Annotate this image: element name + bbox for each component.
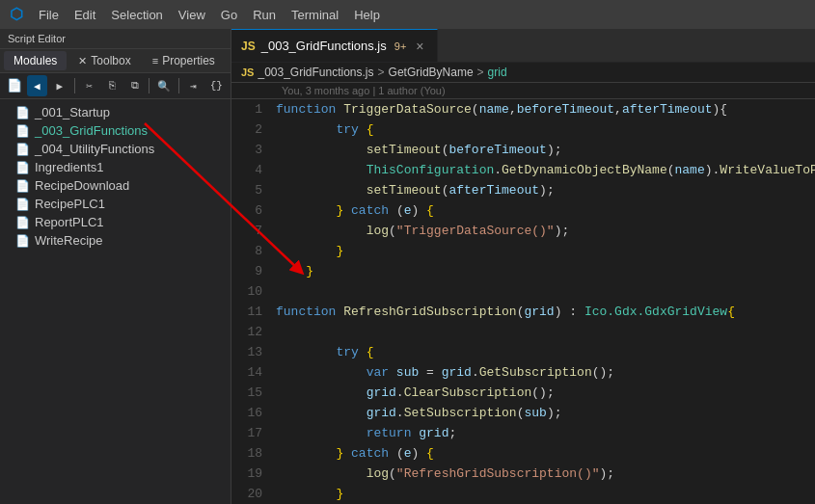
code-line-16[interactable]: 16 grid.SetSubscription(sub); <box>231 403 815 423</box>
toolbar-sep2 <box>149 78 149 93</box>
toolbox-icon: ✕ <box>78 55 87 67</box>
code-line-2[interactable]: 2 try { <box>231 119 815 140</box>
line-content-6: } catch (e) { <box>272 200 815 221</box>
code-line-20[interactable]: 20 } <box>231 484 815 504</box>
menu-edit[interactable]: Edit <box>74 8 95 22</box>
line-number-8: 8 <box>231 241 272 261</box>
code-line-6[interactable]: 6 } catch (e) { <box>231 200 815 221</box>
code-line-7[interactable]: 7 log("TriggerDataSource()"); <box>231 221 815 241</box>
tree-item-001-startup[interactable]: 📄 _001_Startup <box>0 103 231 121</box>
line-content-9: } <box>272 261 815 281</box>
menu-view[interactable]: View <box>178 8 205 22</box>
tree-item-label: RecipePLC1 <box>35 197 105 211</box>
main-layout: Script Editor Modules ✕ Toolbox ≡ Proper… <box>0 29 815 504</box>
sidebar: Script Editor Modules ✕ Toolbox ≡ Proper… <box>0 29 231 504</box>
tree-item-recipedownload[interactable]: 📄 RecipeDownload <box>0 176 231 195</box>
line-content-5: setTimeout(afterTimeout); <box>272 180 815 200</box>
tab-modules[interactable]: Modules <box>4 51 67 70</box>
tree-item-writerecipe[interactable]: 📄 WriteRecipe <box>0 231 231 250</box>
toolbar-find-btn[interactable]: 🔍 <box>153 75 175 96</box>
tree-item-reportplc1[interactable]: 📄 ReportPLC1 <box>0 213 231 231</box>
toolbar-forward-btn[interactable]: ▶ <box>49 75 70 96</box>
breadcrumb-module[interactable]: GetGridByName <box>389 66 474 79</box>
line-number-18: 18 <box>231 443 272 464</box>
code-line-5[interactable]: 5 setTimeout(afterTimeout); <box>231 180 815 200</box>
editor-tab-gridfunctions[interactable]: JS _003_GridFunctions.js 9+ × <box>231 29 438 62</box>
line-number-6: 6 <box>231 200 272 221</box>
tab-toolbox[interactable]: ✕ Toolbox <box>68 51 140 70</box>
sidebar-header: Script Editor <box>0 29 231 49</box>
menu-selection[interactable]: Selection <box>111 8 162 22</box>
toolbar-indent-btn[interactable]: ⇥ <box>183 75 204 96</box>
menu-file[interactable]: File <box>39 8 59 22</box>
menu-run[interactable]: Run <box>253 8 276 22</box>
paste-icon: ⧉ <box>131 80 139 92</box>
line-number-12: 12 <box>231 322 272 342</box>
tree-item-label: WriteRecipe <box>35 233 103 248</box>
tree-item-003-gridfunctions[interactable]: 📄 _003_GridFunctions <box>0 121 231 140</box>
editor-area: JS _003_GridFunctions.js 9+ × JS _003_Gr… <box>231 29 815 504</box>
code-line-9[interactable]: 9 } <box>231 261 815 281</box>
toolbar-copy-btn[interactable]: ⎘ <box>101 75 122 96</box>
line-number-4: 4 <box>231 160 272 180</box>
menu-terminal[interactable]: Terminal <box>291 8 339 22</box>
code-editor[interactable]: 1function TriggerDataSource(name,beforeT… <box>231 99 815 504</box>
vscode-icon: ⬡ <box>10 5 23 24</box>
line-content-16: grid.SetSubscription(sub); <box>272 403 815 423</box>
breadcrumb: JS _003_GridFunctions.js > GetGridByName… <box>231 63 815 83</box>
toolbar-braces-btn[interactable]: {} <box>205 75 227 96</box>
code-line-10[interactable]: 10 <box>231 281 815 302</box>
file-icon-001: 📄 <box>15 106 30 119</box>
tree-item-004-utilityfunctions[interactable]: 📄 _004_UtilityFunctions <box>0 140 231 158</box>
code-line-14[interactable]: 14 var sub = grid.GetSubscription(); <box>231 362 815 383</box>
tab-badge: 9+ <box>394 40 407 52</box>
tab-properties[interactable]: ≡ Properties <box>143 51 225 70</box>
line-content-3: setTimeout(beforeTimeout); <box>272 140 815 160</box>
breadcrumb-file[interactable]: _003_GridFunctions.js <box>258 66 373 79</box>
menu-go[interactable]: Go <box>221 8 237 22</box>
line-number-7: 7 <box>231 221 272 241</box>
toolbar-back-btn[interactable]: ◀ <box>27 75 48 96</box>
tab-properties-label: Properties <box>162 54 215 67</box>
tab-toolbox-label: Toolbox <box>91 54 130 67</box>
code-line-8[interactable]: 8 } <box>231 241 815 261</box>
tree-item-ingredients1[interactable]: 📄 Ingredients1 <box>0 158 231 176</box>
code-line-11[interactable]: 11function RefreshGridSubscription(grid)… <box>231 302 815 322</box>
toolbar-paste-btn[interactable]: ⧉ <box>124 75 146 96</box>
code-line-1[interactable]: 1function TriggerDataSource(name,beforeT… <box>231 99 815 119</box>
file-icon-004: 📄 <box>15 143 30 156</box>
line-number-9: 9 <box>231 261 272 281</box>
file-icon-003: 📄 <box>15 124 30 138</box>
tab-bar: JS _003_GridFunctions.js 9+ × <box>231 29 815 63</box>
tab-close-btn[interactable]: × <box>412 39 427 54</box>
tab-filename: _003_GridFunctions.js <box>261 39 387 53</box>
file-icon-ing: 📄 <box>15 161 30 174</box>
file-icon-rp1: 📄 <box>15 198 30 211</box>
line-number-17: 17 <box>231 423 272 443</box>
menu-bar: ⬡ File Edit Selection View Go Run Termin… <box>0 0 815 29</box>
sidebar-title: Script Editor <box>8 33 66 44</box>
tree-item-label: _003_GridFunctions <box>35 123 148 138</box>
code-line-15[interactable]: 15 grid.ClearSubscription(); <box>231 383 815 403</box>
breadcrumb-sep1: > <box>378 66 385 79</box>
code-line-17[interactable]: 17 return grid; <box>231 423 815 443</box>
breadcrumb-item[interactable]: grid <box>488 66 507 79</box>
code-line-13[interactable]: 13 try { <box>231 342 815 362</box>
tree-item-recipeplc1[interactable]: 📄 RecipePLC1 <box>0 195 231 213</box>
code-line-3[interactable]: 3 setTimeout(beforeTimeout); <box>231 140 815 160</box>
line-number-1: 1 <box>231 99 272 119</box>
file-icon-wr: 📄 <box>15 234 30 248</box>
menu-help[interactable]: Help <box>354 8 380 22</box>
git-blame-text: You, 3 months ago | 1 author (You) <box>282 85 446 96</box>
code-line-4[interactable]: 4 ThisConfiguration.GetDynamicObjectByNa… <box>231 160 815 180</box>
toolbar-new-btn[interactable]: 📄 <box>4 75 25 96</box>
code-line-18[interactable]: 18 } catch (e) { <box>231 443 815 464</box>
code-line-19[interactable]: 19 log("RefreshGridSubscription()"); <box>231 464 815 484</box>
line-content-11: function RefreshGridSubscription(grid) :… <box>272 302 815 322</box>
breadcrumb-sep2: > <box>477 66 484 79</box>
line-content-8: } <box>272 241 815 261</box>
code-line-12[interactable]: 12 <box>231 322 815 342</box>
toolbar-cut-btn[interactable]: ✂ <box>79 75 100 96</box>
line-number-11: 11 <box>231 302 272 322</box>
tab-modules-label: Modules <box>14 54 57 67</box>
